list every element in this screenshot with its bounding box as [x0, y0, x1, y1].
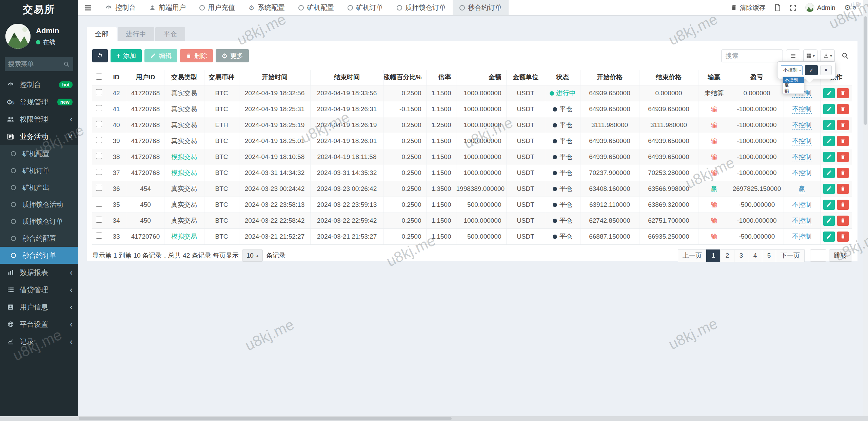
search-icon-button[interactable] [838, 49, 852, 62]
sidebar-item-权限管理[interactable]: 权限管理‹ [0, 111, 78, 128]
control-link[interactable]: 不控制 [792, 233, 812, 241]
control-link[interactable]: 不控制 [792, 121, 812, 129]
nav-tab-矿机订单[interactable]: 矿机订单 [341, 0, 390, 15]
row-checkbox[interactable] [96, 233, 102, 239]
control-option-赢[interactable]: 赢 [783, 83, 804, 88]
sidebar-item-平台设置[interactable]: 平台设置‹ [0, 316, 78, 333]
sidebar-item-秒合约配置[interactable]: 秒合约配置 [0, 230, 78, 247]
nav-tab-质押锁仓订单[interactable]: 质押锁仓订单 [390, 0, 453, 15]
page-button-1[interactable]: 1 [706, 249, 721, 262]
sidebar-item-秒合约订单[interactable]: 秒合约订单 [0, 247, 78, 264]
sidebar-item-矿机配置[interactable]: 矿机配置 [0, 145, 78, 162]
row-edit-button[interactable] [823, 120, 835, 130]
jump-page-input[interactable] [810, 249, 826, 262]
sidebar-item-业务活动[interactable]: 业务活动˅ [0, 128, 78, 145]
row-checkbox[interactable] [96, 169, 102, 175]
row-checkbox[interactable] [96, 153, 102, 159]
row-delete-button[interactable] [837, 216, 849, 226]
filter-tab-平仓[interactable]: 平仓 [155, 27, 185, 41]
select-all-checkbox[interactable] [96, 74, 102, 80]
page-button-4[interactable]: 4 [748, 249, 762, 262]
vertical-scrollbar[interactable] [863, 0, 868, 416]
sidebar-item-记录[interactable]: 记录‹ [0, 333, 78, 350]
sidebar-item-质押锁仓订单[interactable]: 质押锁仓订单 [0, 213, 78, 230]
page-button-下一页[interactable]: 下一页 [776, 249, 805, 262]
row-delete-button[interactable] [837, 104, 849, 114]
control-option-不控制[interactable]: 不控制 [783, 77, 804, 83]
table-search-input[interactable] [721, 49, 783, 62]
document-icon[interactable] [774, 4, 781, 11]
search-icon[interactable] [63, 61, 70, 67]
edit-button[interactable]: 编辑 [144, 49, 177, 62]
sidebar-item-质押锁仓活动[interactable]: 质押锁仓活动 [0, 196, 78, 213]
refresh-button[interactable] [92, 49, 108, 62]
control-select[interactable]: 不控制▾ [781, 65, 803, 75]
sidebar-toggle-icon[interactable] [78, 0, 98, 15]
row-delete-button[interactable] [837, 152, 849, 162]
page-button-2[interactable]: 2 [720, 249, 734, 262]
nav-tab-控制台[interactable]: 控制台 [98, 0, 142, 15]
nav-tab-秒合约订单[interactable]: 秒合约订单 [453, 0, 509, 15]
sidebar-item-用户信息[interactable]: 用户信息‹ [0, 298, 78, 316]
row-delete-button[interactable] [837, 120, 849, 130]
row-checkbox[interactable] [96, 121, 102, 127]
sidebar-item-数据报表[interactable]: 数据报表‹ [0, 264, 78, 281]
row-delete-button[interactable] [837, 200, 849, 210]
control-link[interactable]: 不控制 [792, 105, 812, 114]
row-delete-button[interactable] [837, 136, 849, 146]
jump-button[interactable]: 跳转 [829, 249, 852, 262]
row-checkbox[interactable] [96, 217, 102, 223]
row-delete-button[interactable] [837, 232, 849, 242]
page-size-select[interactable]: 10▴ [242, 249, 263, 262]
vertical-scrollbar-thumb[interactable] [864, 16, 867, 125]
row-edit-button[interactable] [823, 152, 835, 162]
row-edit-button[interactable] [823, 184, 835, 194]
row-checkbox[interactable] [96, 201, 102, 207]
app-logo[interactable]: 交易所 [0, 0, 78, 19]
control-link[interactable]: 不控制 [792, 169, 812, 177]
row-checkbox[interactable] [96, 89, 102, 95]
sidebar-item-常规管理[interactable]: ⚙⚙常规管理new [0, 93, 78, 111]
page-button-上一页[interactable]: 上一页 [678, 249, 707, 262]
page-button-5[interactable]: 5 [762, 249, 776, 262]
filter-tab-进行中[interactable]: 进行中 [118, 27, 154, 41]
filter-tab-全部[interactable]: 全部 [87, 27, 117, 41]
page-button-3[interactable]: 3 [734, 249, 748, 262]
row-delete-button[interactable] [837, 88, 849, 98]
control-link[interactable]: 不控制 [792, 137, 812, 145]
columns-button[interactable]: ▾ [803, 49, 817, 62]
confirm-button[interactable]: ✓ [805, 65, 818, 75]
row-edit-button[interactable] [823, 168, 835, 178]
row-edit-button[interactable] [823, 88, 835, 98]
nav-tab-前端用户[interactable]: 前端用户 [142, 0, 193, 15]
fullscreen-icon[interactable] [790, 4, 796, 11]
row-delete-button[interactable] [837, 184, 849, 194]
horizontal-scrollbar-thumb[interactable] [79, 417, 452, 420]
sidebar-item-矿机订单[interactable]: 矿机订单 [0, 162, 78, 179]
control-option-输[interactable]: 输 [783, 88, 804, 94]
user-menu[interactable]: Admin [805, 3, 835, 12]
row-checkbox[interactable] [96, 185, 102, 191]
more-button[interactable]: ⚙更多 [216, 49, 249, 62]
control-link[interactable]: 赢 [799, 185, 805, 193]
control-link[interactable]: 不控制 [792, 153, 812, 161]
export-button[interactable]: ▾ [821, 49, 835, 62]
control-link[interactable]: 不控制 [792, 217, 812, 225]
row-edit-button[interactable] [823, 200, 835, 210]
delete-button[interactable]: 删除 [180, 49, 213, 62]
row-edit-button[interactable] [823, 216, 835, 226]
sidebar-item-矿机产出[interactable]: 矿机产出 [0, 179, 78, 196]
control-link[interactable]: 不控制 [792, 201, 812, 209]
row-edit-button[interactable] [823, 104, 835, 114]
paging-toggle-button[interactable] [786, 49, 800, 62]
row-edit-button[interactable] [823, 232, 835, 242]
sidebar-item-借贷管理[interactable]: 借贷管理‹ [0, 281, 78, 298]
cancel-button[interactable]: × [820, 65, 832, 75]
nav-tab-矿机配置[interactable]: 矿机配置 [292, 0, 341, 15]
row-edit-button[interactable] [823, 136, 835, 146]
sidebar-search-input[interactable] [8, 60, 63, 68]
nav-tab-系统配置[interactable]: ⚙系统配置 [242, 0, 292, 15]
nav-tab-用户充值[interactable]: 用户充值 [193, 0, 242, 15]
add-button[interactable]: +添加 [111, 49, 142, 62]
sidebar-item-控制台[interactable]: 控制台hot [0, 76, 78, 93]
